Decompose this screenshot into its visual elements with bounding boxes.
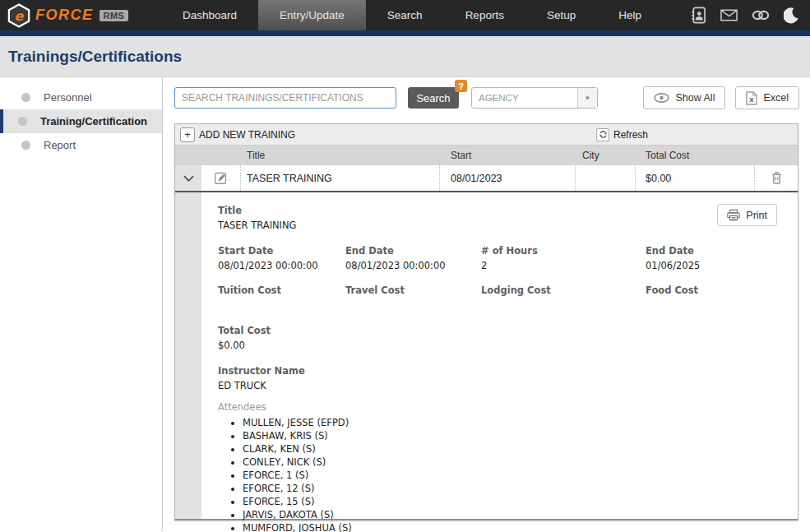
row-total-cost-cell[interactable]: $0.00: [636, 165, 755, 191]
detail-title-label: Title: [218, 203, 777, 218]
collapse-row-button[interactable]: [175, 165, 201, 191]
main-content: Search ? AGENCY ▼ Show All: [163, 77, 810, 531]
field-value: 08/01/2023 00:00:00: [218, 258, 345, 273]
nav-icon-group: [691, 7, 810, 24]
nav-item-setup[interactable]: Setup: [525, 0, 597, 30]
agency-dropdown[interactable]: AGENCY ▼: [471, 87, 598, 109]
list-item: EFORCE, 15 (S): [243, 495, 777, 508]
field-label: End Date: [345, 243, 481, 258]
field-value: [218, 298, 345, 312]
sidebar: Personnel Training/Certification Report: [0, 77, 163, 531]
field-value: [481, 298, 646, 312]
nav-links: Dashboard Entry/Update Search Reports Se…: [161, 0, 663, 30]
column-header-title[interactable]: Title: [241, 150, 440, 161]
chevron-down-icon[interactable]: ▼: [577, 88, 597, 108]
list-item: CLARK, KEN (S): [243, 442, 777, 456]
print-button[interactable]: Print: [717, 204, 777, 226]
print-label: Print: [746, 210, 767, 221]
list-item: JARVIS, DAKOTA (S): [243, 508, 777, 521]
sidebar-item-report[interactable]: Report: [0, 133, 162, 157]
instructor-name-label: Instructor Name: [218, 363, 777, 378]
brand-rms-badge: RMS: [100, 10, 129, 21]
field-label: End Date: [646, 243, 777, 258]
refresh-label: Refresh: [613, 129, 648, 141]
bullet-icon: [21, 141, 30, 150]
nav-item-search[interactable]: Search: [366, 0, 444, 30]
attendees-list: MULLEN, JESSE (EFPD) BASHAW, KRIS (S) CL…: [243, 416, 777, 532]
contacts-icon[interactable]: [691, 7, 706, 24]
total-cost-label: Total Cost: [218, 323, 777, 338]
row-start-cell[interactable]: 08/01/2023: [440, 165, 576, 191]
delete-row-button[interactable]: [755, 165, 798, 191]
instructor-name-value: ED TRUCK: [218, 378, 777, 393]
total-cost-value: $0.00: [218, 338, 777, 353]
list-item: BASHAW, KRIS (S): [243, 429, 777, 442]
edit-row-button[interactable]: [201, 165, 241, 191]
detail-title-value: TASER TRAINING: [218, 218, 777, 233]
nav-item-dashboard[interactable]: Dashboard: [161, 0, 258, 30]
field-label: # of Hours: [481, 243, 646, 258]
svg-text:x: x: [749, 95, 754, 104]
page-title: Trainings/Certifications: [0, 48, 182, 66]
field-value: [646, 298, 777, 312]
show-all-label: Show All: [675, 92, 715, 104]
help-badge[interactable]: ?: [455, 80, 467, 92]
search-toolbar: Search ? AGENCY ▼ Show All: [174, 86, 810, 109]
trash-icon: [771, 171, 783, 185]
grid-toolbar: + ADD NEW TRAINING Refresh: [175, 124, 798, 146]
mail-icon[interactable]: [720, 9, 738, 21]
field-label: Start Date: [218, 243, 345, 258]
show-all-button[interactable]: Show All: [643, 86, 725, 109]
column-header-city[interactable]: City: [576, 150, 636, 161]
chevron-down-icon: [183, 175, 194, 182]
link-icon[interactable]: [752, 10, 770, 21]
attendees-label: Attendees: [218, 400, 777, 414]
edit-pencil-icon: [214, 171, 228, 185]
excel-file-icon: x: [746, 91, 757, 105]
add-icon[interactable]: +: [180, 127, 195, 142]
sidebar-item-label: Training/Certification: [40, 115, 147, 127]
list-item: CONLEY, NICK (S): [243, 456, 777, 469]
field-label: Food Cost: [646, 283, 777, 298]
field-value: 08/01/2023 00:00:00: [345, 258, 481, 273]
bullet-icon: [18, 117, 27, 126]
nav-item-help[interactable]: Help: [597, 0, 663, 30]
field-label: Travel Cost: [345, 283, 481, 298]
agency-dropdown-value: AGENCY: [472, 93, 577, 103]
column-header-start[interactable]: Start: [440, 150, 576, 161]
refresh-button[interactable]: Refresh: [596, 128, 648, 141]
list-item: EFORCE, 1 (S): [243, 469, 777, 482]
brand-logo[interactable]: e FORCE RMS: [0, 3, 161, 28]
field-label: Tuition Cost: [218, 283, 345, 298]
row-city-cell[interactable]: [576, 165, 636, 191]
add-new-training-button[interactable]: ADD NEW TRAINING: [199, 129, 295, 141]
search-button[interactable]: Search: [408, 87, 459, 109]
grid-header-row: Title Start City Total Cost: [175, 146, 798, 165]
sidebar-item-training-certification[interactable]: Training/Certification: [0, 109, 162, 133]
page-title-bar: Trainings/Certifications: [0, 36, 810, 77]
list-item: EFORCE, 12 (S): [243, 482, 777, 495]
field-value: 01/06/2025: [646, 258, 777, 273]
moon-icon[interactable]: [784, 7, 798, 24]
list-item: MULLEN, JESSE (EFPD): [243, 416, 777, 429]
sidebar-item-personnel[interactable]: Personnel: [0, 86, 162, 109]
trainings-grid: + ADD NEW TRAINING Refresh Tit: [174, 123, 798, 520]
printer-icon: [727, 209, 740, 221]
sidebar-item-label: Report: [44, 139, 76, 151]
search-input[interactable]: [174, 87, 396, 109]
excel-label: Excel: [763, 92, 789, 104]
brand-force-text: FORCE: [35, 7, 94, 24]
eforce-hexagon-icon: e: [7, 3, 30, 28]
row-detail-panel: Print Title TASER TRAINING Start Date 08…: [175, 192, 798, 519]
excel-button[interactable]: x Excel: [735, 86, 799, 109]
column-header-total-cost[interactable]: Total Cost: [636, 150, 755, 161]
table-row[interactable]: TASER TRAINING 08/01/2023 $0.00: [175, 165, 798, 192]
nav-item-entry-update[interactable]: Entry/Update: [258, 0, 366, 30]
eye-icon: [654, 93, 669, 103]
row-title-cell[interactable]: TASER TRAINING: [241, 165, 440, 191]
field-value: [345, 298, 481, 312]
navbar-accent-bar: [0, 30, 810, 36]
detail-gutter: [175, 192, 201, 519]
refresh-icon: [596, 128, 609, 141]
nav-item-reports[interactable]: Reports: [444, 0, 525, 30]
